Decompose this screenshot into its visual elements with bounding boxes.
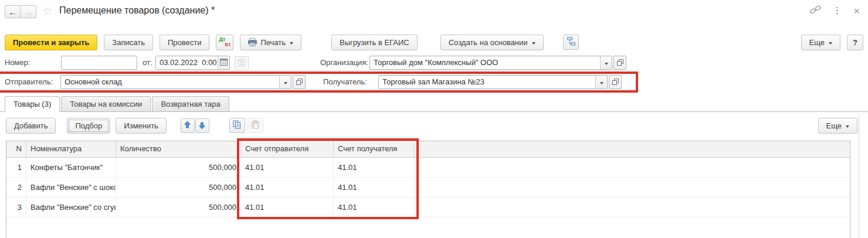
upload-egais-button[interactable]: Выгрузить в ЕГАИС [331, 35, 418, 50]
tab-strip: Товары (3) Товары на комиссии Возвратная… [0, 96, 868, 112]
column-header-filler [414, 141, 850, 157]
cell-acc-receiver[interactable]: 41.01 [334, 178, 414, 197]
tab-commission-goods[interactable]: Товары на комиссии [61, 96, 151, 111]
table-toolbar: Добавить Подбор Изменить [6, 117, 857, 134]
tab-returnable-packaging[interactable]: Возвратная тара [152, 96, 229, 111]
receiver-input[interactable]: Торговый зал Магазина №23 [378, 75, 608, 89]
sender-dropdown-button[interactable] [279, 76, 291, 89]
table-row[interactable]: 3 Вафли "Венские" со сгущенн... 500,000 … [6, 198, 850, 217]
number-input[interactable] [61, 56, 137, 70]
document-journal-button[interactable] [235, 56, 249, 70]
receiver-dropdown-button[interactable] [595, 76, 607, 89]
create-based-on-button[interactable]: Создать на основании [440, 35, 544, 50]
pick-button[interactable]: Подбор [67, 118, 110, 134]
printer-icon [248, 38, 257, 46]
cell-item[interactable]: Вафли "Венские" со сгущенн... [26, 198, 116, 217]
post-button[interactable]: Провести [160, 35, 210, 50]
history-nav: ← → [5, 5, 36, 18]
cell-acc-sender[interactable]: 41.01 [241, 158, 334, 177]
subordination-structure-button[interactable] [563, 35, 579, 50]
organization-field: Торговый дом "Комплексный" ООО [369, 56, 626, 70]
cell-qty[interactable]: 500,000 [116, 178, 241, 197]
cell-n[interactable]: 3 [6, 198, 26, 217]
add-row-button[interactable]: Добавить [6, 118, 56, 134]
move-down-button[interactable] [195, 118, 209, 133]
date-input[interactable]: 03.02.2022 0:00:00 [155, 56, 230, 70]
column-header-acc-sender[interactable]: Счет отправителя [241, 141, 334, 157]
cell-filler [414, 178, 850, 197]
receiver-value[interactable]: Торговый зал Магазина №23 [379, 76, 595, 89]
post-and-close-button[interactable]: Провести и закрыть [5, 35, 97, 50]
create-based-on-label: Создать на основании [449, 38, 528, 47]
sender-label: Отправитель: [5, 75, 53, 89]
table-header: N Номенклатура Количество Счет отправите… [6, 141, 850, 158]
column-header-n[interactable]: N [6, 141, 26, 157]
table-row[interactable]: 1 Конфеты "Батончик" 500,000 41.01 41.01 [6, 158, 850, 178]
tab-goods[interactable]: Товары (3) [5, 96, 60, 112]
cell-acc-sender[interactable]: 41.01 [241, 198, 334, 217]
organization-open-button[interactable] [613, 56, 626, 70]
header-fields-row1: Номер: от: 03.02.2022 0:00:00 [0, 56, 868, 70]
move-row-buttons [181, 118, 209, 133]
sender-value[interactable]: Основной склад [61, 76, 279, 89]
cell-qty[interactable]: 500,000 [116, 158, 241, 177]
command-bar: Провести и закрыть Записать Провести Дт … [5, 34, 863, 50]
column-header-acc-receiver[interactable]: Счет получателя [334, 141, 414, 157]
move-up-button[interactable] [181, 118, 195, 133]
column-header-item[interactable]: Номенклатура [26, 141, 116, 157]
table-row[interactable]: 2 Вафли "Венские" с шоколадом 500,000 41… [6, 178, 850, 198]
list-icon [238, 59, 245, 68]
dtkt-postings-button[interactable]: Дт Кт [216, 35, 233, 50]
paste-icon [252, 120, 259, 131]
help-button[interactable]: ? [847, 35, 863, 50]
more-button[interactable]: Еще [801, 35, 840, 50]
items-table: N Номенклатура Количество Счет отправите… [6, 141, 850, 238]
sender-input[interactable]: Основной склад [60, 75, 291, 89]
command-bar-right: Еще ? [801, 35, 863, 50]
favorite-star-icon[interactable]: ☆ [43, 4, 53, 18]
chevron-down-icon [605, 63, 608, 65]
receiver-open-button[interactable] [609, 75, 622, 89]
cell-acc-receiver[interactable]: 41.01 [334, 198, 414, 217]
copy-button[interactable] [229, 118, 245, 133]
forward-button[interactable]: → [21, 5, 36, 18]
organization-dropdown-button[interactable] [600, 56, 612, 69]
cell-item[interactable]: Вафли "Венские" с шоколадом [26, 178, 116, 197]
forward-icon: → [24, 7, 33, 17]
clipboard-buttons [229, 118, 263, 133]
paste-button[interactable] [247, 118, 263, 133]
table-more-label: Еще [826, 121, 842, 130]
cell-filler [414, 158, 850, 177]
back-button[interactable]: ← [5, 5, 21, 18]
cell-item[interactable]: Конфеты "Батончик" [26, 158, 116, 177]
close-icon[interactable]: × [853, 5, 860, 16]
more-menu-icon[interactable]: ⋮ [833, 5, 842, 16]
more-label: Еще [809, 38, 825, 47]
table-more-button[interactable]: Еще [818, 118, 857, 134]
cell-n[interactable]: 1 [6, 158, 26, 177]
open-icon [612, 78, 619, 87]
cell-acc-receiver[interactable]: 41.01 [334, 158, 414, 177]
cell-qty[interactable]: 500,000 [116, 198, 241, 217]
open-icon [617, 59, 623, 67]
sender-open-button[interactable] [293, 75, 306, 89]
document-window: ← → ☆ Перемещение товаров (создание) * ⋮… [0, 0, 868, 238]
organization-value[interactable]: Торговый дом "Комплексный" ООО [370, 56, 600, 69]
organization-input[interactable]: Торговый дом "Комплексный" ООО [369, 56, 612, 70]
panel-edge-line [859, 115, 859, 238]
cell-filler [414, 198, 850, 217]
print-label: Печать [260, 38, 286, 47]
cell-acc-sender[interactable]: 41.01 [241, 178, 334, 197]
column-header-qty[interactable]: Количество [116, 141, 241, 157]
edit-row-button[interactable]: Изменить [116, 118, 167, 134]
cell-n[interactable]: 2 [6, 178, 26, 197]
copy-icon [233, 120, 241, 131]
save-button[interactable]: Записать [104, 35, 153, 50]
link-icon[interactable] [810, 5, 821, 16]
calendar-button[interactable] [218, 56, 229, 69]
dtkt-icon: Дт Кт [219, 36, 230, 48]
print-button[interactable]: Печать [240, 35, 301, 50]
structure-icon [566, 37, 575, 47]
date-value[interactable]: 03.02.2022 0:00:00 [156, 56, 218, 69]
date-label: от: [143, 56, 152, 70]
